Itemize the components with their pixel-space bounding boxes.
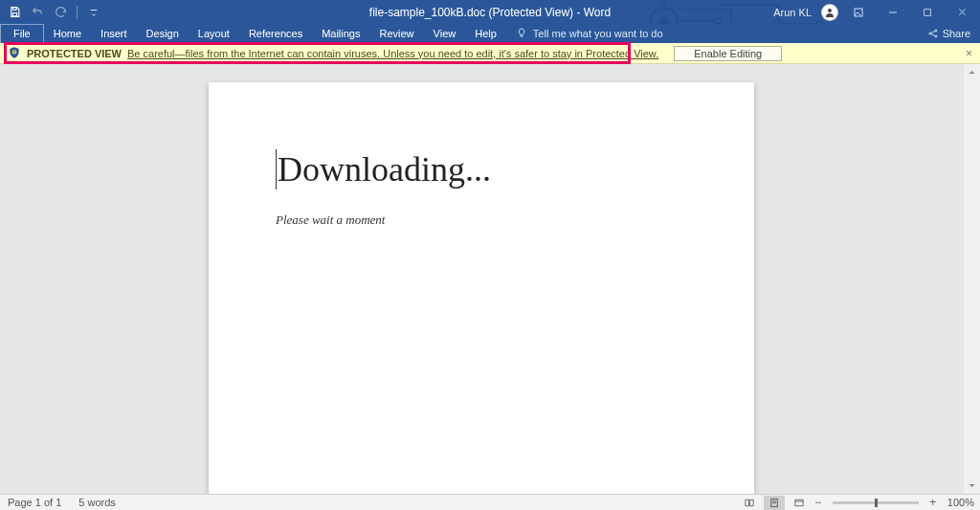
minimize-button[interactable] [879,0,907,24]
share-button[interactable]: Share [927,28,970,43]
document-body-text: Please wait a moment [276,212,687,228]
share-icon [927,28,939,39]
redo-icon[interactable] [54,6,67,19]
word-count[interactable]: 5 words [78,497,116,508]
qat-separator [77,6,78,19]
svg-rect-9 [855,9,862,16]
protected-view-message[interactable]: Be careful—files from the Internet can c… [122,48,664,59]
zoom-in-button[interactable]: + [928,496,938,509]
svg-point-16 [935,35,937,37]
tab-references[interactable]: References [239,25,312,43]
document-heading: Downloading... [276,149,687,189]
tab-insert[interactable]: Insert [91,25,137,43]
tab-design[interactable]: Design [137,25,189,43]
tab-help[interactable]: Help [465,25,506,43]
tab-review[interactable]: Review [370,25,424,43]
svg-rect-19 [13,53,14,54]
close-button[interactable] [947,0,976,24]
svg-rect-23 [795,499,803,505]
tab-file[interactable]: File [0,24,44,43]
user-avatar[interactable] [821,4,838,21]
svg-point-14 [929,33,931,34]
tab-layout[interactable]: Layout [189,25,239,43]
protected-view-bar: PROTECTED VIEW Be careful—files from the… [0,43,980,64]
web-layout-icon[interactable] [789,496,810,510]
status-bar: Page 1 of 1 5 words − + 100% [0,494,980,510]
svg-point-8 [828,9,832,12]
save-icon[interactable] [8,6,21,19]
protected-view-close-icon[interactable]: × [966,47,972,60]
svg-point-15 [935,30,937,32]
title-bar: file-sample_100kB.doc (Protected View) -… [0,0,980,24]
zoom-slider[interactable] [833,501,919,504]
maximize-button[interactable] [913,0,942,24]
tell-me-search[interactable]: Tell me what you want to do [506,28,673,43]
ribbon-tabs: File Home Insert Design Layout Reference… [0,24,980,43]
tab-mailings[interactable]: Mailings [312,25,369,43]
svg-rect-0 [12,8,16,11]
tell-me-placeholder: Tell me what you want to do [533,28,663,39]
share-label: Share [943,28,970,39]
zoom-slider-thumb[interactable] [875,499,878,507]
vertical-scrollbar[interactable] [964,64,980,494]
shield-icon [8,46,21,61]
undo-icon[interactable] [31,6,44,19]
user-name[interactable]: Arun KL [773,7,815,18]
print-layout-icon[interactable] [764,496,785,510]
ribbon-options-icon[interactable] [844,0,873,24]
tab-view[interactable]: View [424,25,466,43]
svg-rect-1 [12,13,16,16]
svg-rect-11 [924,9,931,15]
document-workspace: Downloading... Please wait a moment [0,64,980,494]
protected-view-label: PROTECTED VIEW [27,48,122,59]
scroll-down-icon[interactable] [964,477,980,494]
qat-customize-icon[interactable] [87,6,100,19]
svg-rect-18 [13,50,14,52]
scroll-up-icon[interactable] [964,64,980,80]
zoom-out-button[interactable]: − [813,496,823,509]
lightbulb-icon [516,28,527,39]
document-page[interactable]: Downloading... Please wait a moment [209,82,754,494]
read-mode-icon[interactable] [739,496,760,510]
tab-home[interactable]: Home [44,25,91,43]
zoom-value[interactable]: 100% [942,497,974,508]
page-indicator[interactable]: Page 1 of 1 [8,497,61,508]
enable-editing-button[interactable]: Enable Editing [674,46,782,61]
